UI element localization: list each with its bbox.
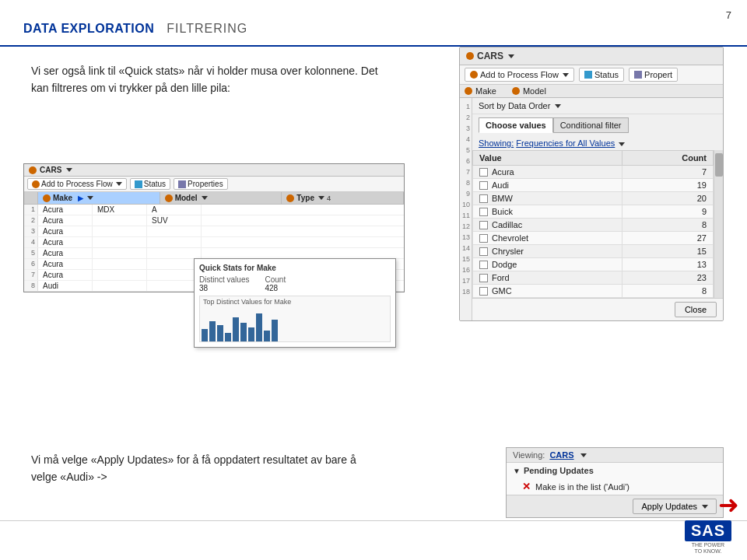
cars-filter-title-chevron[interactable] xyxy=(508,54,514,58)
add-flow-btn-chevron[interactable] xyxy=(563,73,569,77)
table-row: Acura 7 xyxy=(473,166,714,179)
row-checkbox[interactable] xyxy=(479,247,488,256)
value-cell[interactable]: Chevrolet xyxy=(473,232,622,245)
left-properties-btn[interactable]: Properties xyxy=(174,178,228,190)
values-table: Value Count Acura 7 Audi xyxy=(472,150,714,298)
choose-values-tab[interactable]: Choose values xyxy=(479,117,553,133)
qs-title: Quick Stats for Make xyxy=(199,264,391,272)
qs-chart: Top Distinct Values for Make xyxy=(199,296,391,342)
value-cell[interactable]: Ford xyxy=(473,271,622,285)
bar-4 xyxy=(225,333,231,342)
value-cell[interactable]: Audi xyxy=(473,179,622,192)
count-cell: 20 xyxy=(622,192,714,205)
viewing-chevron[interactable] xyxy=(580,453,587,457)
row-checkbox[interactable] xyxy=(479,181,488,190)
prop-toolbar-icon xyxy=(634,71,642,79)
value-cell[interactable]: Cadillac xyxy=(473,219,622,232)
qs-distinct-label: Distinct values xyxy=(199,275,249,284)
value-cell[interactable]: BMW xyxy=(473,192,622,205)
header-title-blue: DATA EXPLORATION xyxy=(23,22,154,36)
count-cell: 8 xyxy=(622,219,714,232)
count-cell: 9 xyxy=(622,205,714,219)
right-filter-panel: CARS Add to Process Flow Status Propert xyxy=(459,47,724,321)
row-checkbox[interactable] xyxy=(479,221,488,229)
row-numbers: 1 2 3 4 5 6 7 8 9 10 11 12 13 14 15 16 1… xyxy=(460,98,472,320)
conditional-filter-tab[interactable]: Conditional filter xyxy=(553,117,629,133)
left-cars-toolbar: Add to Process Flow Status Properties xyxy=(24,177,404,192)
flow-icon xyxy=(32,180,40,188)
make-header: Make xyxy=(465,86,496,96)
cars-filter-toolbar: Add to Process Flow Status Propert xyxy=(460,65,723,85)
table-row: 3 Acura xyxy=(24,226,404,237)
add-to-flow-btn[interactable]: Add to Process Flow xyxy=(465,68,574,82)
count-cell: 13 xyxy=(622,258,714,271)
table-row: Cadillac 8 xyxy=(473,219,714,232)
row-checkbox[interactable] xyxy=(479,274,488,282)
pending-title: ▼ Pending Updates xyxy=(507,463,723,478)
col-make[interactable]: Make ▶ xyxy=(38,192,160,204)
type-sort-icon[interactable] xyxy=(318,196,324,200)
row-checkbox[interactable] xyxy=(479,194,488,203)
left-screenshot-panel: CARS Add to Process Flow Status Properti… xyxy=(23,163,405,292)
properties-btn[interactable]: Propert xyxy=(629,68,678,82)
apply-updates-btn[interactable]: Apply Updates xyxy=(633,499,717,514)
sort-row[interactable]: Sort by Data Order xyxy=(472,98,723,114)
value-cell[interactable]: Chrysler xyxy=(473,245,622,258)
add-flow-chevron[interactable] xyxy=(116,182,122,186)
qs-count-value: 428 xyxy=(265,284,286,292)
left-add-to-flow-btn[interactable]: Add to Process Flow xyxy=(27,178,127,190)
qs-count-label: Count xyxy=(265,275,286,284)
scrollbar-thumb[interactable] xyxy=(715,153,723,177)
filter-scrollbar[interactable] xyxy=(714,150,723,298)
row-checkbox[interactable] xyxy=(479,208,488,216)
table-row: Buick 9 xyxy=(473,205,714,219)
showing-label: Showing: xyxy=(479,138,514,148)
row-checkbox[interactable] xyxy=(479,287,488,296)
row-checkbox[interactable] xyxy=(479,234,488,243)
make-sort-icon[interactable] xyxy=(87,196,93,200)
prop-icon xyxy=(178,180,186,188)
value-cell[interactable]: Dodge xyxy=(473,258,622,271)
apply-updates-box: Viewing: CARS ▼ Pending Updates ✕ Make i… xyxy=(506,447,724,518)
properties-label: Propert xyxy=(644,70,672,79)
bar-10 xyxy=(272,320,278,342)
row-checkbox[interactable] xyxy=(479,168,488,177)
bottom-divider xyxy=(0,520,747,521)
model-sort-icon[interactable] xyxy=(202,196,208,200)
au-header: Viewing: CARS xyxy=(507,448,723,463)
sort-chevron[interactable] xyxy=(555,104,561,108)
bar-7 xyxy=(248,327,254,342)
table-row: 5 Acura xyxy=(24,248,404,259)
make-col-icon xyxy=(43,194,51,202)
value-col-header: Value xyxy=(473,151,622,166)
value-cell[interactable]: Buick xyxy=(473,205,622,219)
count-col-header: Count xyxy=(622,151,714,166)
row-checkbox[interactable] xyxy=(479,261,488,269)
value-cell[interactable]: Acura xyxy=(473,166,622,179)
close-filter-btn[interactable]: Close xyxy=(675,302,717,317)
col-type[interactable]: Type 4 xyxy=(282,192,404,204)
count-cell: 23 xyxy=(622,271,714,285)
remove-icon[interactable]: ✕ xyxy=(522,481,531,492)
cars-col-headers: Make Model xyxy=(460,85,723,98)
make-col-label: Make xyxy=(53,194,72,202)
left-cars-titlebar: CARS xyxy=(24,164,404,177)
cars-filter-body: 1 2 3 4 5 6 7 8 9 10 11 12 13 14 15 16 1… xyxy=(460,98,723,320)
status-btn[interactable]: Status xyxy=(579,68,624,82)
bar-6 xyxy=(240,323,247,342)
showing-value[interactable]: Frequencies for All Values xyxy=(516,138,615,148)
table-row: 1 Acura MDX A xyxy=(24,205,404,215)
model-header-icon xyxy=(512,87,520,95)
filter-showing: Showing: Frequencies for All Values xyxy=(472,136,723,150)
viewing-value[interactable]: CARS xyxy=(549,450,573,460)
apply-btn-chevron[interactable] xyxy=(702,505,708,509)
showing-chevron[interactable] xyxy=(619,142,625,146)
col-model[interactable]: Model xyxy=(160,192,282,204)
pending-label: Pending Updates xyxy=(524,466,594,475)
qs-distinct-value: 38 xyxy=(199,284,249,292)
bar-3 xyxy=(217,325,223,342)
value-cell[interactable]: GMC xyxy=(473,285,622,298)
cars-title-chevron[interactable] xyxy=(66,168,72,172)
au-footer: Apply Updates xyxy=(507,495,723,517)
left-status-btn[interactable]: Status xyxy=(130,178,170,190)
